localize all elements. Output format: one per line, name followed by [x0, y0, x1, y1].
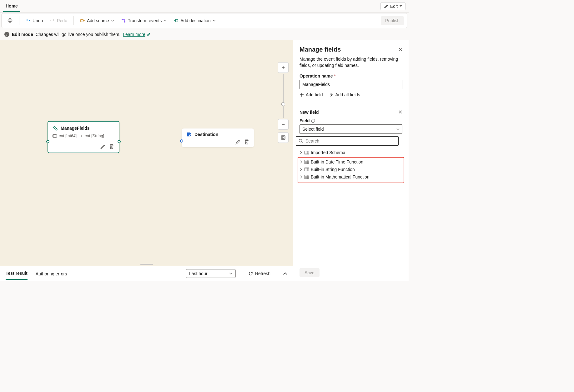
refresh-button[interactable]: Refresh: [248, 271, 270, 276]
expand-panel-button[interactable]: [283, 271, 287, 276]
highlighted-functions: Built-in Date Time Function Built-in Str…: [298, 157, 404, 183]
arrow-right-icon: [78, 135, 83, 137]
tree-string-functions[interactable]: Built-in String Function: [300, 166, 402, 173]
undo-button[interactable]: Undo: [23, 16, 45, 25]
chevron-down-icon: [396, 128, 400, 131]
field-label: Field: [300, 118, 402, 123]
schema-from: cnt [Int64]: [59, 133, 77, 138]
undo-label: Undo: [33, 18, 43, 23]
info-icon: [311, 119, 315, 123]
trash-icon[interactable]: [244, 139, 249, 145]
schema-icon: [305, 151, 309, 154]
refresh-icon: [248, 271, 253, 276]
input-port[interactable]: [180, 139, 183, 143]
destination-icon: [174, 18, 179, 23]
tree-label: Imported Schema: [311, 150, 345, 155]
transform-icon: [121, 18, 126, 23]
info-icon: i: [4, 32, 9, 37]
refresh-label: Refresh: [255, 271, 270, 276]
field-search-box[interactable]: [296, 136, 399, 146]
input-port[interactable]: [46, 140, 49, 143]
chevron-down-icon: [164, 19, 167, 22]
node-title-text: ManageFields: [61, 126, 90, 131]
svg-rect-9: [281, 136, 285, 139]
output-port[interactable]: [118, 140, 121, 143]
panel-title: Manage fields: [300, 46, 341, 53]
node-managefields[interactable]: ManageFields cnt [Int64] cnt [String]: [48, 121, 119, 153]
close-panel-button[interactable]: ✕: [398, 47, 402, 53]
gears-icon: [53, 125, 58, 131]
add-all-label: Add all fields: [335, 92, 360, 97]
tab-test-result[interactable]: Test result: [6, 267, 28, 280]
manage-fields-panel: Manage fields ✕ Manage the event fields …: [293, 40, 409, 281]
add-field-button[interactable]: Add field: [300, 92, 323, 97]
svg-rect-6: [53, 134, 57, 137]
svg-rect-2: [124, 21, 125, 23]
field-select[interactable]: Select field: [300, 124, 402, 134]
tab-home[interactable]: Home: [3, 0, 20, 12]
chevron-up-icon: [283, 271, 287, 276]
trash-icon[interactable]: [109, 144, 114, 149]
zoom-thumb[interactable]: [281, 102, 285, 106]
tree-label: Built-in String Function: [311, 167, 355, 172]
node-destination[interactable]: Destination: [182, 128, 254, 147]
new-field-title: New field: [300, 110, 319, 115]
panel-description: Manage the event fields by adding fields…: [300, 56, 402, 68]
canvas-area[interactable]: ManageFields cnt [Int64] cnt [String]: [0, 40, 293, 281]
settings-button[interactable]: [5, 16, 15, 25]
edge-layer: [0, 40, 94, 87]
pencil-icon[interactable]: [100, 144, 106, 149]
results-bar: Test result Authoring errors Last hour R…: [0, 266, 293, 281]
tab-authoring-errors[interactable]: Authoring errors: [36, 268, 67, 279]
fit-to-screen-button[interactable]: [278, 132, 289, 143]
add-all-fields-button[interactable]: Add all fields: [329, 92, 360, 97]
panel-drag-handle[interactable]: [140, 264, 153, 265]
svg-rect-1: [122, 19, 123, 20]
tree-datetime-functions[interactable]: Built-in Date Time Function: [300, 158, 402, 166]
zoom-in-button[interactable]: +: [278, 62, 289, 73]
operation-name-label: Operation name*: [300, 73, 402, 78]
banner-title: Edit mode: [12, 32, 33, 37]
tree-imported-schema[interactable]: Imported Schema: [300, 149, 402, 156]
fit-icon: [281, 135, 286, 140]
search-icon: [299, 139, 303, 143]
field-select-placeholder: Select field: [302, 127, 324, 132]
add-destination-button[interactable]: Add destination: [171, 16, 218, 25]
svg-point-4: [54, 127, 55, 128]
caret-down-icon: [400, 5, 402, 7]
svg-rect-3: [175, 19, 178, 22]
schema-icon: [305, 168, 309, 171]
schema-icon: [305, 175, 309, 179]
zoom-out-button[interactable]: −: [278, 119, 289, 130]
add-source-button[interactable]: Add source: [78, 16, 117, 25]
tree-math-functions[interactable]: Built-in Mathematical Function: [300, 173, 402, 181]
field-search-input[interactable]: [305, 138, 396, 144]
toolbar: Undo Redo Add source Transform events Ad…: [1, 13, 407, 28]
tab-bar: Home Edit: [0, 0, 409, 13]
edit-mode-banner: i Edit mode Changes will go live once yo…: [0, 29, 409, 40]
node-title-text: Destination: [194, 132, 218, 137]
edit-dropdown[interactable]: Edit: [380, 2, 405, 10]
banner-message: Changes will go live once you publish th…: [36, 32, 121, 37]
pencil-icon[interactable]: [235, 139, 241, 145]
undo-icon: [26, 18, 31, 23]
zoom-controls: + −: [278, 62, 289, 143]
save-button: Save: [300, 268, 320, 277]
learn-more-link[interactable]: Learn more: [123, 32, 150, 37]
tree-label: Built-in Mathematical Function: [311, 174, 370, 179]
operation-name-input[interactable]: [300, 80, 402, 89]
schema-icon: [305, 160, 309, 164]
gear-icon: [7, 18, 13, 23]
svg-rect-13: [305, 151, 309, 154]
lightning-icon: [329, 93, 333, 97]
transform-button[interactable]: Transform events: [118, 16, 169, 25]
add-source-label: Add source: [87, 18, 109, 23]
data-destination-icon: [186, 132, 192, 137]
plus-icon: [300, 93, 304, 97]
chevron-right-icon: [300, 175, 303, 178]
close-new-field-button[interactable]: ✕: [398, 109, 402, 115]
zoom-slider[interactable]: [283, 74, 284, 118]
svg-rect-18: [305, 160, 309, 164]
time-range-select[interactable]: Last hour: [186, 269, 236, 278]
tree-label: Built-in Date Time Function: [311, 159, 363, 164]
